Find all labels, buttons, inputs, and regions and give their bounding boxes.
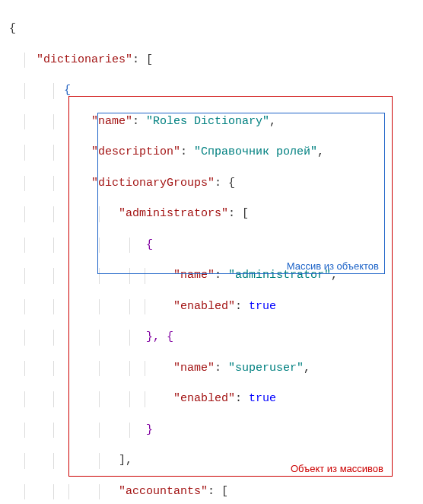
key-name: "name": [91, 115, 132, 128]
comma: ,: [331, 269, 338, 282]
punct: :: [235, 300, 249, 313]
comma: ,: [317, 145, 324, 158]
brace-open: {: [9, 22, 16, 35]
brace-open: {: [64, 84, 71, 97]
key-accountants: "accountants": [119, 485, 208, 498]
key-name: "name": [173, 269, 215, 282]
key-description: "description": [91, 145, 180, 158]
value-true: true: [249, 392, 276, 405]
key-enabled: "enabled": [173, 300, 235, 313]
punct: : {: [215, 177, 235, 190]
comma: ,: [304, 362, 310, 375]
brace-open: {: [146, 238, 153, 251]
punct: :: [180, 145, 194, 158]
key-administrators: "administrators": [119, 207, 228, 220]
value-name: "Roles Dictionary": [146, 115, 269, 128]
punct: : [: [208, 485, 228, 498]
value-administrator: "administrator": [228, 269, 331, 282]
value-description: "Справочник ролей": [194, 145, 317, 158]
comma: ,: [269, 115, 276, 128]
punct: :: [132, 115, 146, 128]
brace-close: }: [146, 423, 153, 436]
json-code-block: { "dictionaries": [ { "name": "Roles Dic…: [9, 6, 414, 504]
punct: : [: [132, 53, 153, 66]
value-superuser: "superuser": [228, 362, 304, 375]
key-dictionaries: "dictionaries": [37, 53, 132, 66]
brace-close-open: }, {: [146, 330, 173, 343]
bracket-close: ],: [119, 454, 132, 467]
key-enabled: "enabled": [173, 392, 235, 405]
punct: : [: [228, 207, 249, 220]
value-true: true: [249, 300, 276, 313]
punct: :: [235, 392, 249, 405]
key-dictionarygroups: "dictionaryGroups": [91, 177, 215, 190]
punct: :: [215, 269, 228, 282]
punct: :: [215, 362, 228, 375]
key-name: "name": [173, 362, 215, 375]
